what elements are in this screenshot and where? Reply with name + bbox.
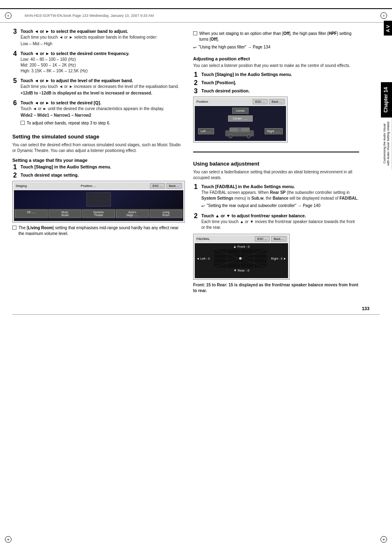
car-silhouette-icon <box>223 124 256 138</box>
step-3-title: Touch ◄ or ► to select the equaliser ban… <box>21 29 185 34</box>
fadbal-screen-content: ▲ Front : 0 ◄ Left : 0 <box>195 243 288 278</box>
bal-step-1-note: ↩ "Setting the rear output and subwoofer… <box>201 203 359 209</box>
adj-step-1-number: 1 <box>194 71 198 78</box>
step-6-body: Touch ◄ or ► until the desired the curve… <box>21 106 185 118</box>
sim-step-1-title: Touch [Staging] in the Audio Settings me… <box>21 164 185 169</box>
staging-position-label: Position ... <box>81 184 96 188</box>
step-6: 6 Touch ◄ or ► to select the desired [Q]… <box>21 100 185 126</box>
adjusting-section: Adjusting a position effect You can sele… <box>193 56 359 143</box>
position-topbar: Position ESC ... Back ... <box>195 98 286 105</box>
adj-step-2-number: 2 <box>194 79 198 87</box>
simulated-section-heading: Setting the simulated sound stage <box>12 134 185 140</box>
bal-step-2-title: Touch ▲ or ▼ to adjust front/rear speake… <box>201 213 359 218</box>
step-3-wrapper: 3 Touch ◄ or ► to select the equaliser b… <box>12 29 185 126</box>
staging-btn-dynamic[interactable]: DynamicTheater <box>82 210 115 218</box>
fadbal-back-btn[interactable]: Back ... <box>271 236 286 242</box>
hpf-note-2-text: "Using the high pass filter" → Page 134 <box>198 44 270 50</box>
fadbal-caption: Front: 15 to Rear: 15 is displayed as th… <box>193 282 359 294</box>
svg-rect-4 <box>230 128 238 131</box>
step-6-note: To adjust other bands, repeat step 3 to … <box>21 120 185 126</box>
page: + MAN-HD3-SOFTW-EN.book Page 133 Wednesd… <box>0 0 392 555</box>
bottom-border <box>12 314 380 315</box>
position-screen-content: Center Center ...... Left ...... <box>195 106 286 141</box>
fadbal-screen-mockup: FAD/BAL ESC ... Back ... ▲ Front : 0 <box>193 234 290 280</box>
adjusting-steps: 1 Touch [Staging] in the Audio Settings … <box>193 72 359 93</box>
position-esc-btn[interactable]: ESC ... <box>253 99 267 104</box>
staging-esc-btn[interactable]: ESC ... <box>150 183 165 189</box>
adj-step-3: 3 Touch desired position. <box>201 88 359 93</box>
step-4-title: Touch ◄ or ► to select the desired centr… <box>21 51 185 56</box>
svg-rect-5 <box>241 128 249 131</box>
staging-screen-mockup: Staging Position ... ESC ... Back ... <box>12 181 185 223</box>
balance-steps: 1 Touch [FAD/BAL] in the Audio Settings … <box>193 184 359 230</box>
step-3-body: Each time you touch ◄ or ► selects equal… <box>21 35 185 47</box>
step-4-number: 4 <box>13 50 17 58</box>
header-file-info: MAN-HD3-SOFTW-EN.book Page 133 Wednesday… <box>25 14 154 18</box>
step-5-title: Touch ◄ or ► to adjust the level of the … <box>21 78 185 83</box>
bal-step-1-number: 1 <box>194 183 198 191</box>
staging-btn-living[interactable]: LivingRoom <box>150 210 182 218</box>
right-column: When you set staging to an option other … <box>193 29 380 294</box>
position-screen-mockup: Position ESC ... Back ... Center <box>193 97 288 143</box>
svg-point-2 <box>229 135 232 138</box>
sim-step-2-number: 2 <box>13 172 17 179</box>
adjusting-heading: Adjusting a position effect <box>193 56 359 61</box>
sim-step-1-number: 1 <box>13 164 17 171</box>
fadbal-grid-icon <box>214 249 267 268</box>
chapter-side-text: Customising the Audio Visual with Audio … <box>381 117 392 170</box>
reg-mark-bottom-right: + <box>380 536 387 543</box>
left-column: 3 Touch ◄ or ► to select the equaliser b… <box>12 29 185 294</box>
bal-step-1-note-text: "Setting the rear output and subwoofer c… <box>207 203 321 209</box>
adjusting-intro: You can select a listener position that … <box>193 63 359 69</box>
svg-point-3 <box>247 135 250 138</box>
fadbal-left-label: ◄ Left : 0 <box>196 257 213 260</box>
hpf-note-1: When you set staging to an option other … <box>193 31 359 42</box>
position-label: Position <box>196 100 208 104</box>
step-5-number: 5 <box>13 77 17 85</box>
fadbal-label: FAD/BAL <box>196 237 210 241</box>
step-5-body: Each time you touch ◄ or ► increases or … <box>21 84 185 96</box>
adj-step-1: 1 Touch [Staging] in the Audio Settings … <box>201 72 359 77</box>
adj-step-3-number: 3 <box>194 88 198 95</box>
balance-intro: You can select a fader/balance setting t… <box>193 169 359 181</box>
staging-btn-music[interactable]: MusicStudio <box>48 210 81 218</box>
staging-btn-off[interactable]: Off ...... <box>15 210 48 218</box>
staging-back-btn[interactable]: Back ... <box>166 183 182 189</box>
position-center-val[interactable]: Center ...... <box>228 115 252 122</box>
sim-step-1: 1 Touch [Staging] in the Audio Settings … <box>21 164 185 169</box>
simulated-section: Setting the simulated sound stage You ca… <box>12 134 185 237</box>
svg-point-17 <box>239 257 242 260</box>
step-4: 4 Touch ◄ or ► to select the desired cen… <box>21 51 185 74</box>
staging-btn-actors[interactable]: Actor'sStage ...... <box>116 210 149 218</box>
living-room-note-text: The [Living Room] setting that emphasise… <box>18 225 185 237</box>
position-center-btn[interactable]: Center <box>232 108 249 114</box>
fadbal-rear-label: ▼ Rear : 0 <box>233 269 249 272</box>
sim-step-2: 2 Touch desired stage setting. <box>21 173 185 177</box>
chapter-label: Chapter 14 <box>381 82 392 117</box>
staging-screen-content: Off ...... MusicStudio DynamicTheater Ac… <box>14 190 183 221</box>
adj-step-2-title: Touch [Position]. <box>201 80 359 85</box>
staging-screen-topbar: Staging Position ... ESC ... Back ... <box>14 182 183 189</box>
bal-step-1-body: The FAD/BAL screen appears. When Rear SP… <box>201 190 359 201</box>
hpf-note-2: ↩ "Using the high pass filter" → Page 13… <box>193 44 359 51</box>
adj-step-2: 2 Touch [Position]. <box>201 80 359 85</box>
fadbal-esc-btn[interactable]: ESC ... <box>255 236 270 242</box>
bal-step-1: 1 Touch [FAD/BAL] in the Audio Settings … <box>201 184 359 209</box>
position-left-btn[interactable]: Left ...... <box>198 128 214 134</box>
position-back-btn[interactable]: Back ... <box>269 99 284 104</box>
reg-mark-bottom-left: + <box>5 536 12 543</box>
step-5: 5 Touch ◄ or ► to adjust the level of th… <box>21 78 185 96</box>
chapter-tab-container: Chapter 14 Customising the Audio Visual … <box>381 82 392 170</box>
position-right-btn[interactable]: Right ...... <box>265 128 283 134</box>
staging-label: Staging <box>16 184 27 188</box>
step-3-number: 3 <box>13 28 17 35</box>
sim-step-2-title: Touch desired stage setting. <box>21 173 185 177</box>
balance-heading: Using balance adjustment <box>193 161 359 167</box>
adj-step-1-title: Touch [Staging] in the Audio Settings me… <box>201 72 359 77</box>
simulated-intro: You can select the desired effect from v… <box>12 142 185 154</box>
living-room-note: The [Living Room] setting that emphasise… <box>12 225 185 237</box>
note-arrow-icon: ↩ <box>193 45 196 51</box>
step-3: 3 Touch ◄ or ► to select the equaliser b… <box>21 29 185 47</box>
step-6-title: Touch ◄ or ► to select the desired [Q]. <box>21 100 185 105</box>
hpf-note-1-text: When you set staging to an option other … <box>199 31 359 42</box>
